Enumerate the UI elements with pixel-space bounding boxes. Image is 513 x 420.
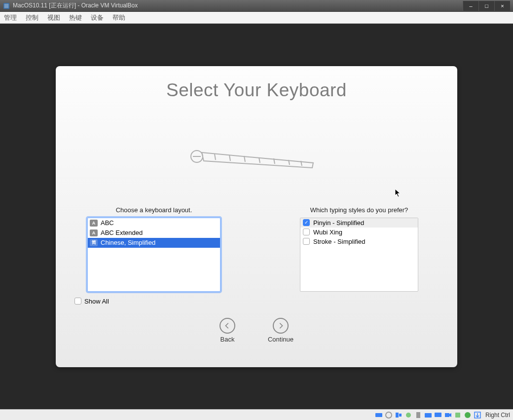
usb-icon[interactable] (414, 411, 422, 419)
content-columns: Choose a keyboard layout. A ABC A ABC Ex… (73, 206, 440, 305)
network-icon[interactable] (404, 411, 412, 419)
svg-rect-11 (375, 413, 382, 417)
keyboard-layout-column: Choose a keyboard layout. A ABC A ABC Ex… (73, 206, 234, 305)
show-all-label: Show All (84, 298, 109, 305)
menu-view[interactable]: 视图 (47, 13, 60, 22)
display-icon[interactable] (434, 411, 442, 419)
hard-disk-icon[interactable] (375, 411, 383, 419)
svg-rect-18 (435, 413, 441, 417)
style-option-stroke[interactable]: Stroke - Simplified (300, 237, 418, 246)
optical-disk-icon[interactable] (385, 411, 393, 419)
style-option-label: Wubi Xing (313, 229, 342, 236)
arrow-left-icon (220, 318, 235, 334)
continue-label: Continue (268, 336, 293, 343)
input-source-icon: A (90, 220, 98, 227)
style-option-label: Pinyin - Simplified (313, 219, 364, 227)
svg-rect-13 (396, 413, 399, 418)
menu-help[interactable]: 帮助 (112, 13, 125, 22)
menu-devices[interactable]: 设备 (91, 13, 104, 22)
audio-icon[interactable] (395, 411, 403, 419)
arrow-right-icon (273, 318, 289, 334)
svg-point-21 (465, 412, 471, 418)
close-button[interactable]: × (494, 1, 510, 11)
svg-line-4 (215, 154, 216, 160)
back-label: Back (220, 336, 235, 343)
typing-style-listbox[interactable]: Pinyin - Simplified Wubi Xing Stroke - S… (300, 218, 418, 292)
layout-option-label: ABC (101, 219, 114, 227)
show-all-checkbox-row[interactable]: Show All (74, 298, 109, 305)
window-title: MacOS10.11 [正在运行] - Oracle VM VirtualBox (13, 1, 463, 10)
virtualbox-menubar: 管理 控制 视图 热键 设备 帮助 (0, 12, 513, 24)
cpu-icon[interactable] (454, 411, 462, 419)
continue-button[interactable]: Continue (268, 318, 293, 343)
host-key-label: Right Ctrl (485, 412, 510, 419)
layout-option-abc-extended[interactable]: A ABC Extended (88, 228, 220, 238)
host-key-icon[interactable] (474, 411, 481, 419)
window-controls: – □ × (463, 1, 510, 11)
style-option-pinyin[interactable]: Pinyin - Simplified (300, 218, 418, 228)
svg-point-12 (386, 412, 392, 418)
maximize-button[interactable]: □ (478, 1, 494, 11)
menu-hotkeys[interactable]: 热键 (69, 13, 82, 22)
mouse-integration-icon[interactable] (464, 411, 472, 419)
svg-rect-17 (425, 413, 432, 418)
setup-assistant-panel: Select Your Keyboard (56, 66, 457, 367)
style-checkbox[interactable] (303, 238, 310, 245)
svg-rect-14 (399, 414, 402, 417)
window-titlebar[interactable]: MacOS10.11 [正在运行] - Oracle VM VirtualBox… (0, 0, 513, 12)
show-all-checkbox[interactable] (74, 298, 81, 305)
virtualbox-icon (3, 2, 10, 9)
style-option-wubi[interactable]: Wubi Xing (300, 228, 418, 237)
layout-label: Choose a keyboard layout. (116, 206, 192, 214)
keyboard-layout-listbox[interactable]: A ABC A ABC Extended 简 Chinese, Simplifi… (87, 218, 220, 292)
shared-folder-icon[interactable] (424, 411, 432, 419)
typing-style-column: Which typing styles do you prefer? Pinyi… (279, 206, 440, 305)
layout-option-label: Chinese, Simplified (101, 239, 155, 246)
svg-rect-1 (4, 3, 9, 8)
input-source-icon: A (90, 229, 98, 236)
keyboard-illustration-icon (185, 140, 328, 177)
virtualbox-statusbar: Right Ctrl (0, 409, 513, 420)
style-option-label: Stroke - Simplified (313, 238, 365, 245)
recording-icon[interactable] (444, 411, 452, 419)
layout-option-chinese-simplified[interactable]: 简 Chinese, Simplified (88, 238, 220, 248)
menu-manage[interactable]: 管理 (4, 13, 17, 22)
svg-rect-16 (416, 412, 420, 418)
guest-display: Select Your Keyboard (0, 24, 513, 409)
layout-option-label: ABC Extended (101, 229, 143, 236)
menu-control[interactable]: 控制 (26, 13, 38, 22)
minimize-button[interactable]: – (463, 1, 478, 11)
svg-line-5 (229, 155, 230, 161)
virtualbox-window: MacOS10.11 [正在运行] - Oracle VM VirtualBox… (0, 0, 513, 420)
svg-rect-19 (445, 413, 449, 417)
svg-point-15 (406, 413, 411, 418)
style-checkbox[interactable] (303, 229, 310, 235)
style-checkbox[interactable] (303, 219, 310, 226)
svg-rect-20 (455, 413, 460, 418)
input-source-icon: 简 (90, 239, 98, 246)
layout-option-abc[interactable]: A ABC (88, 218, 220, 228)
page-title: Select Your Keyboard (166, 80, 347, 101)
back-button[interactable]: Back (220, 318, 235, 343)
navigation-row: Back Continue (220, 318, 293, 343)
typing-label: Which typing styles do you prefer? (310, 206, 408, 214)
